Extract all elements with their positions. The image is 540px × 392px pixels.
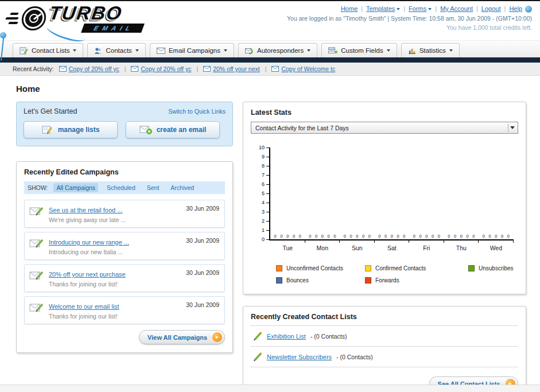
chart-bar-group: 00000 <box>375 148 410 239</box>
tab-contact-lists[interactable]: Contact Lists <box>13 43 83 57</box>
contact-list-count: - (0 Contacts) <box>336 354 373 360</box>
contact-list-link[interactable]: Newsletter Subscribers <box>267 354 332 360</box>
envelope-icon <box>59 66 67 72</box>
link-templates[interactable]: Templates <box>358 4 400 14</box>
left-column: Let's Get Started Switch to Quick Links … <box>16 102 233 353</box>
link-my-account[interactable]: My Account <box>432 4 473 14</box>
manage-lists-button[interactable]: manage lists <box>24 121 118 138</box>
select-caret-box <box>508 123 516 132</box>
tab-label: Statistics <box>419 47 446 54</box>
switch-quick-links-link[interactable]: Switch to Quick Links <box>168 108 226 115</box>
recent-activity-item[interactable]: Copy of 20% off yc <box>131 65 191 72</box>
logo-text: TURBO EMAIL <box>49 3 143 33</box>
contact-list-item[interactable]: Newsletter Subscribers - (0 Contacts) <box>251 347 518 367</box>
view-all-campaigns-button[interactable]: View All Campaigns ► <box>139 330 225 344</box>
chart-bar-group: 00000 <box>444 148 479 239</box>
tab-label: Contacts <box>106 47 131 54</box>
recent-activity-bar: Recent Activity: Copy of 20% off yc | Co… <box>0 63 540 76</box>
chart-value-label: 0 <box>472 234 475 239</box>
tab-label: Custom Fields <box>341 47 383 54</box>
contact-list-count: - (0 Contacts) <box>310 333 347 340</box>
chart-x-ticks <box>270 240 514 243</box>
chevron-down-icon <box>224 49 227 52</box>
button-label: manage lists <box>58 126 100 134</box>
contacts-icon <box>94 47 102 55</box>
get-started-title: Let's Get Started <box>24 107 77 115</box>
contact-lists-icon <box>20 47 28 55</box>
pencil-edit-icon <box>252 352 262 362</box>
link-logout[interactable]: Logout <box>473 4 501 14</box>
recent-activity-item[interactable]: 20% off your next <box>203 65 260 72</box>
recent-activity-label: Recent Activity: <box>13 65 54 72</box>
header: TURBO EMAIL HomeTemplatesFormsMy Account… <box>0 1 540 40</box>
legend-swatch <box>468 265 475 271</box>
recent-activity-item[interactable]: Copy of Welcome tc <box>271 65 335 72</box>
tab-statistics[interactable]: Statistics <box>401 43 460 57</box>
chart-x-tick-mark <box>479 240 514 243</box>
stats-activity-select[interactable]: Contact Activity for the Last 7 Days <box>251 122 518 134</box>
chart-bar-group: 00000 <box>305 148 340 239</box>
chart-value-label: 0 <box>488 234 491 239</box>
logo-turbo-text: TURBO <box>48 3 145 22</box>
chart-value-label: 0 <box>349 234 352 239</box>
legend-item: Confirmed Contacts <box>365 265 468 271</box>
chevron-down-icon <box>307 49 310 52</box>
tab-email-campaigns[interactable]: Email Campaigns <box>150 43 234 57</box>
chart-value-label: 0 <box>362 234 364 239</box>
tab-contacts[interactable]: Contacts <box>87 43 145 57</box>
campaign-date: 30 Jun 2009 <box>186 205 219 212</box>
chart-value-label: 0 <box>391 234 393 239</box>
chart-value-label: 0 <box>384 234 387 239</box>
recent-activity-item[interactable]: Copy of 20% off yc <box>59 65 119 72</box>
statistics-icon <box>408 47 416 54</box>
create-email-button[interactable]: create an email <box>126 121 220 138</box>
chart-x-labels: TueMonSunSatFriThuWed <box>270 244 514 251</box>
contact-list-link[interactable]: Exhibition List <box>267 333 306 340</box>
filter-all-campaigns[interactable]: All Campaigns <box>53 183 98 192</box>
campaign-title-link[interactable]: Welcome to our email list <box>49 303 119 310</box>
chart-value-label: 0 <box>483 234 485 239</box>
chart-value-label: 0 <box>454 234 456 239</box>
chart-value-label: 0 <box>438 234 440 239</box>
button-label: create an email <box>157 126 207 134</box>
tab-autoresponders[interactable]: Autoresponders <box>238 43 317 57</box>
campaign-date: 30 Jun 2009 <box>186 269 219 276</box>
help-bubble-icon[interactable] <box>525 6 532 13</box>
contact-list-item[interactable]: Exhibition List - (0 Contacts) <box>251 326 518 347</box>
chart-value-label: 0 <box>397 234 399 239</box>
envelope-icon <box>271 66 279 72</box>
link-help[interactable]: Help <box>501 4 522 14</box>
chart-value-label: 0 <box>448 234 450 239</box>
main-nav: Contact Lists Contacts Email Campaigns A… <box>0 40 540 57</box>
link-forms[interactable]: Forms <box>400 4 432 14</box>
chart-bar-group: 00000 <box>270 148 305 239</box>
filter-scheduled[interactable]: Scheduled <box>104 183 138 192</box>
campaign-envelope-edit-icon <box>29 206 44 216</box>
separator: | <box>125 65 126 72</box>
main-content: Home Let's Get Started Switch to Quick L… <box>0 76 540 392</box>
campaign-row: 20% off your next purchase Thanks for jo… <box>24 264 225 292</box>
chart-bar-group: 00000 <box>409 148 444 239</box>
legend-label: Bounces <box>286 277 309 284</box>
chart-y-tick-label: 5 <box>262 191 265 196</box>
chart-legend: Unconfirmed ContactsConfirmed ContactsUn… <box>276 265 514 284</box>
chart-bar-group: 00000 <box>479 148 514 239</box>
chart-value-label: 0 <box>274 234 277 239</box>
button-label: View All Campaigns <box>147 334 207 341</box>
link-home[interactable]: Home <box>341 4 358 14</box>
chart-x-tick-mark <box>409 240 444 243</box>
legend-swatch <box>276 265 282 271</box>
campaign-title-link[interactable]: 20% off your next purchase <box>49 271 126 278</box>
campaign-title-link[interactable]: See us at the retail food ... <box>49 207 122 214</box>
latest-stats-title: Latest Stats <box>251 108 518 117</box>
campaign-title-link[interactable]: Introducing our new range ... <box>49 239 129 246</box>
tab-label: Email Campaigns <box>169 47 220 54</box>
right-column: Latest Stats Contact Activity for the La… <box>243 102 526 392</box>
filter-archived[interactable]: Archived <box>168 183 197 192</box>
chart-value-label: 0 <box>467 234 469 239</box>
envelope-icon <box>203 66 211 72</box>
filter-sent[interactable]: Sent <box>144 183 162 192</box>
chart-value-label: 0 <box>344 234 346 239</box>
custom-fields-icon <box>328 47 337 54</box>
tab-custom-fields[interactable]: Custom Fields <box>321 43 397 57</box>
